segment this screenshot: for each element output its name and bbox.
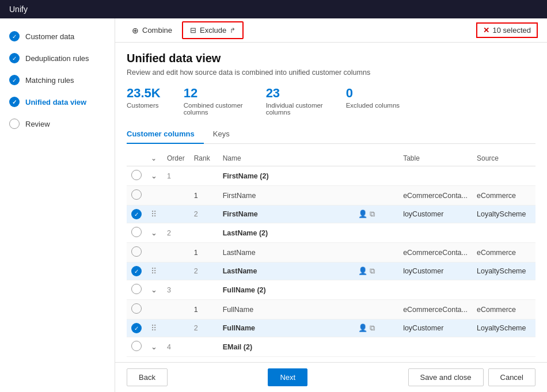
row-rank-cell: 1 (189, 243, 218, 262)
col-header-table: Table (398, 151, 472, 166)
table-row[interactable]: ⌄4EMail (2) (127, 337, 535, 357)
row-checkbox-cell[interactable]: ✓ (127, 319, 146, 337)
sidebar-item-review[interactable]: Review (0, 113, 115, 135)
table-row[interactable]: 1LastNameeCommerceContа...eCommerce (127, 243, 535, 262)
drag-handle-icon[interactable]: ⠿ (151, 324, 157, 333)
stat-excluded-value: 0 (346, 86, 400, 101)
col-header-order[interactable]: Order (162, 151, 189, 166)
row-checkbox-checked: ✓ (131, 323, 142, 333)
row-checkbox-cell[interactable] (127, 223, 146, 243)
chevron-down-icon[interactable]: ⌄ (151, 343, 157, 351)
save-close-button[interactable]: Save and close (408, 368, 484, 386)
col-header-icons (352, 151, 398, 166)
page-content: Unified data view Review and edit how so… (115, 43, 547, 362)
row-order-cell (162, 205, 189, 223)
footer-right: Save and close Cancel (408, 368, 535, 386)
tabs: Customer columns Keys (127, 125, 535, 144)
row-checkbox-cell[interactable] (127, 300, 146, 319)
main-layout: ✓Customer data✓Deduplication rules✓Match… (0, 18, 547, 392)
chevron-down-icon[interactable]: ⌄ (151, 286, 157, 294)
row-source-cell: eCommerce (472, 186, 535, 205)
row-checkbox-checked: ✓ (131, 209, 142, 219)
sidebar-item-label: Deduplication rules (25, 54, 89, 63)
row-icons-cell (352, 223, 398, 243)
drag-handle-icon[interactable]: ⠿ (151, 267, 157, 276)
row-source-cell (472, 280, 535, 300)
check-icon: ✓ (9, 97, 20, 107)
tab-keys[interactable]: Keys (213, 125, 239, 144)
row-checkbox-cell[interactable] (127, 243, 146, 262)
row-checkbox-unchecked (131, 303, 142, 314)
stat-combined-value: 12 (184, 86, 243, 101)
row-checkbox-cell[interactable] (127, 186, 146, 205)
row-icons-cell (352, 186, 398, 205)
table-row[interactable]: ✓⠿2FirstName👤⧉loyCustomerLoyaltyScheme (127, 205, 535, 223)
table-row[interactable]: ⌄2LastName (2) (127, 223, 535, 243)
row-checkbox-unchecked (131, 189, 142, 200)
copy-icon: ⧉ (370, 267, 375, 275)
next-button[interactable]: Next (268, 368, 307, 386)
person-icon: 👤 (358, 267, 367, 275)
row-checkbox-cell[interactable] (127, 166, 146, 186)
table-row[interactable]: 1FullNameeCommerceContа...eCommerce (127, 300, 535, 319)
row-icons-cell: 👤⧉ (352, 205, 398, 223)
tab-customer-columns[interactable]: Customer columns (127, 125, 204, 144)
sidebar-item-matching-rules[interactable]: ✓Matching rules (0, 69, 115, 91)
row-source-cell: LoyaltyScheme (472, 205, 535, 223)
chevron-down-icon[interactable]: ⌄ (151, 172, 157, 180)
chevron-down-icon[interactable]: ⌄ (151, 229, 157, 237)
row-icons-cell (352, 300, 398, 319)
col-header-expand: ⌄ (146, 151, 162, 166)
row-name-cell: LastName (218, 243, 352, 262)
table-row[interactable]: ✓⠿2FullName👤⧉loyCustomerLoyaltyScheme (127, 319, 535, 337)
sort-icon: ⌄ (151, 154, 157, 162)
row-order-cell (162, 300, 189, 319)
row-checkbox-unchecked (131, 341, 142, 351)
row-table-cell: eCommerceContа... (398, 186, 472, 205)
sidebar-item-unified-data-view[interactable]: ✓Unified data view (0, 91, 115, 113)
table-row[interactable]: 1FirstNameeCommerceContа...eCommerce (127, 186, 535, 205)
row-name-cell: FirstName (218, 186, 352, 205)
data-table: ⌄ Order Rank Name Table Source ⌄1FirstNa… (127, 151, 535, 357)
row-checkbox-cell[interactable] (127, 337, 146, 357)
exclude-button[interactable]: ⊟ Exclude ↱ (182, 21, 244, 39)
stat-combined: 12 Combined customercolumns (184, 86, 243, 116)
person-icon: 👤 (358, 324, 367, 332)
row-expand-cell (146, 300, 162, 319)
sidebar-item-customer-data[interactable]: ✓Customer data (0, 25, 115, 47)
row-expand-cell: ⠿ (146, 205, 162, 223)
selected-count-badge[interactable]: ✕ 10 selected (476, 22, 538, 38)
page-subtitle: Review and edit how source data is combi… (127, 68, 535, 77)
table-row[interactable]: ✓⠿2LastName👤⧉loyCustomerLoyaltyScheme (127, 262, 535, 280)
stat-individual-label: Individual customercolumns (266, 102, 323, 116)
table-row[interactable]: ⌄1FirstName (2) (127, 166, 535, 186)
copy-icon: ⧉ (370, 210, 375, 218)
row-checkbox-cell[interactable]: ✓ (127, 262, 146, 280)
row-source-cell: LoyaltyScheme (472, 262, 535, 280)
row-checkbox-cell[interactable] (127, 280, 146, 300)
row-checkbox-unchecked (131, 246, 142, 257)
sidebar-item-deduplication-rules[interactable]: ✓Deduplication rules (0, 47, 115, 69)
row-name-cell: EMail (2) (218, 337, 352, 357)
row-order-cell: 1 (162, 166, 189, 186)
sidebar-item-label: Matching rules (25, 76, 74, 85)
row-source-cell (472, 166, 535, 186)
row-expand-cell: ⌄ (146, 280, 162, 300)
row-name-cell: FullName (218, 300, 352, 319)
combine-icon: ⊕ (132, 26, 139, 35)
exclude-label: Exclude (200, 26, 226, 35)
sidebar: ✓Customer data✓Deduplication rules✓Match… (0, 18, 115, 392)
row-expand-cell: ⌄ (146, 166, 162, 186)
row-icons-cell (352, 280, 398, 300)
back-button[interactable]: Back (127, 368, 168, 386)
stat-individual: 23 Individual customercolumns (266, 86, 323, 116)
row-checkbox-cell[interactable]: ✓ (127, 205, 146, 223)
row-source-cell: LoyaltyScheme (472, 319, 535, 337)
drag-handle-icon[interactable]: ⠿ (151, 210, 157, 219)
stat-excluded-label: Excluded columns (346, 102, 400, 109)
row-order-cell (162, 262, 189, 280)
cancel-button[interactable]: Cancel (488, 368, 535, 386)
table-row[interactable]: ⌄3FullName (2) (127, 280, 535, 300)
combine-button[interactable]: ⊕ Combine (124, 22, 180, 39)
footer-left: Back (127, 368, 168, 386)
